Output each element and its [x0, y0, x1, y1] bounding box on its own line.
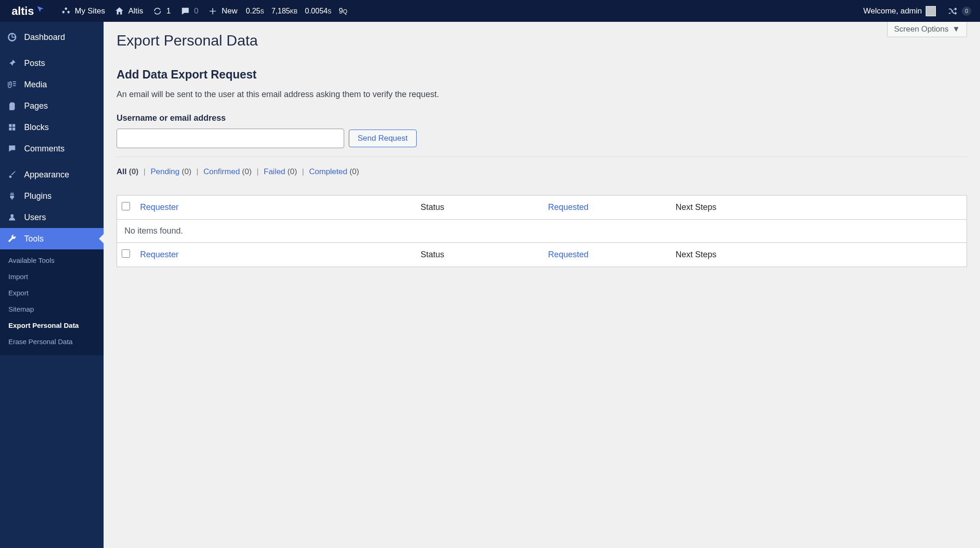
- shuffle-count: 0: [962, 7, 971, 16]
- admin-sidebar: Dashboard Posts Media Pages Blocks Comme…: [0, 22, 104, 548]
- sidebar-item-pages[interactable]: Pages: [0, 95, 104, 117]
- sidebar-item-tools[interactable]: Tools: [0, 228, 104, 249]
- comment-icon: [180, 6, 190, 16]
- wrench-icon: [7, 233, 18, 244]
- stat-memory[interactable]: 7,185KB: [268, 7, 301, 15]
- filter-all[interactable]: All (0): [117, 167, 141, 176]
- screen-options-label: Screen Options: [894, 25, 948, 34]
- col-requested-sort-bottom[interactable]: Requested: [548, 250, 588, 259]
- section-title: Add Data Export Request: [117, 68, 967, 81]
- brand-cursor-icon: [36, 5, 45, 13]
- updates-menu[interactable]: 1: [148, 0, 175, 22]
- sidebar-item-posts[interactable]: Posts: [0, 52, 104, 74]
- empty-message: No items found.: [117, 220, 967, 243]
- account-menu[interactable]: Welcome, admin: [859, 0, 941, 22]
- home-icon: [114, 6, 124, 16]
- table-row-empty: No items found.: [117, 220, 967, 243]
- col-requester-sort[interactable]: Requester: [140, 202, 179, 212]
- brand-logo[interactable]: altis: [7, 0, 56, 22]
- page-title: Export Personal Data: [117, 22, 967, 49]
- sidebar-item-label: Users: [24, 213, 46, 222]
- network-sites-icon: [61, 6, 71, 16]
- sidebar-item-dashboard[interactable]: Dashboard: [0, 26, 104, 48]
- comments-menu[interactable]: 0: [176, 0, 203, 22]
- send-request-button[interactable]: Send Request: [349, 130, 417, 147]
- sidebar-item-label: Dashboard: [24, 33, 65, 42]
- site-name: Altis: [128, 7, 143, 16]
- col-next-steps: Next Steps: [671, 196, 967, 220]
- updates-count: 1: [166, 7, 170, 16]
- divider: [117, 157, 967, 157]
- col-next-steps-bottom: Next Steps: [671, 243, 967, 267]
- sidebar-item-blocks[interactable]: Blocks: [0, 117, 104, 138]
- screen-options-toggle[interactable]: Screen Options ▼: [887, 22, 967, 37]
- requests-table: Requester Status Requested Next Steps No…: [117, 195, 967, 267]
- pin-icon: [7, 58, 18, 69]
- submenu-export[interactable]: Export: [0, 285, 104, 301]
- submenu-available-tools[interactable]: Available Tools: [0, 252, 104, 268]
- filter-pending[interactable]: Pending: [150, 167, 182, 176]
- welcome-text: Welcome, admin: [863, 7, 922, 16]
- submenu-import[interactable]: Import: [0, 268, 104, 285]
- shuffle-icon: [948, 6, 958, 16]
- my-sites-label: My Sites: [75, 7, 105, 16]
- media-icon: [7, 79, 18, 90]
- new-content-menu[interactable]: New: [203, 0, 242, 22]
- comment-icon: [7, 143, 18, 154]
- col-requested-sort[interactable]: Requested: [548, 202, 588, 212]
- filter-confirmed[interactable]: Confirmed: [203, 167, 242, 176]
- plus-icon: [208, 6, 218, 16]
- brush-icon: [7, 169, 18, 180]
- select-all-bottom[interactable]: [122, 249, 130, 258]
- select-all-top[interactable]: [122, 202, 130, 210]
- col-status-bottom: Status: [416, 243, 543, 267]
- new-label: New: [222, 7, 237, 16]
- sidebar-item-comments[interactable]: Comments: [0, 138, 104, 159]
- stat-queries[interactable]: 9Q: [335, 7, 351, 15]
- my-sites-menu[interactable]: My Sites: [56, 0, 110, 22]
- col-status: Status: [416, 196, 543, 220]
- avatar: [926, 6, 936, 16]
- stat-time[interactable]: 0.25S: [242, 7, 268, 15]
- refresh-icon: [152, 6, 163, 16]
- submenu-sitemap[interactable]: Sitemap: [0, 301, 104, 317]
- username-email-input[interactable]: [117, 129, 344, 148]
- stat-db-time[interactable]: 0.0054S: [301, 7, 335, 15]
- dashboard-icon: [7, 32, 18, 43]
- sidebar-item-media[interactable]: Media: [0, 74, 104, 95]
- filter-completed[interactable]: Completed: [309, 167, 349, 176]
- pages-icon: [7, 100, 18, 111]
- sidebar-item-label: Media: [24, 80, 47, 90]
- section-description: An email will be sent to the user at thi…: [117, 90, 967, 99]
- sidebar-item-label: Posts: [24, 59, 45, 68]
- comments-count: 0: [194, 7, 198, 16]
- sidebar-item-label: Pages: [24, 101, 48, 111]
- sidebar-item-label: Blocks: [24, 123, 49, 132]
- sidebar-item-users[interactable]: Users: [0, 207, 104, 228]
- filter-failed[interactable]: Failed: [264, 167, 287, 176]
- sidebar-item-label: Comments: [24, 144, 65, 154]
- caret-down-icon: ▼: [952, 25, 960, 34]
- sidebar-item-plugins[interactable]: Plugins: [0, 185, 104, 207]
- tools-submenu: Available Tools Import Export Sitemap Ex…: [0, 249, 104, 355]
- sidebar-item-label: Appearance: [24, 170, 69, 180]
- sidebar-item-appearance[interactable]: Appearance: [0, 164, 104, 185]
- plug-icon: [7, 190, 18, 202]
- current-site-menu[interactable]: Altis: [110, 0, 148, 22]
- field-label-username: Username or email address: [117, 113, 967, 123]
- status-filters: All (0) | Pending (0) | Confirmed (0) | …: [117, 167, 967, 176]
- shuffle-menu[interactable]: 0: [946, 0, 973, 22]
- col-requester-sort-bottom[interactable]: Requester: [140, 250, 179, 259]
- sidebar-item-label: Plugins: [24, 191, 52, 201]
- sidebar-item-label: Tools: [24, 234, 44, 244]
- submenu-erase-personal[interactable]: Erase Personal Data: [0, 333, 104, 350]
- submenu-export-personal[interactable]: Export Personal Data: [0, 317, 104, 333]
- blocks-icon: [7, 122, 18, 133]
- user-icon: [7, 212, 18, 223]
- brand-text: altis: [12, 5, 34, 18]
